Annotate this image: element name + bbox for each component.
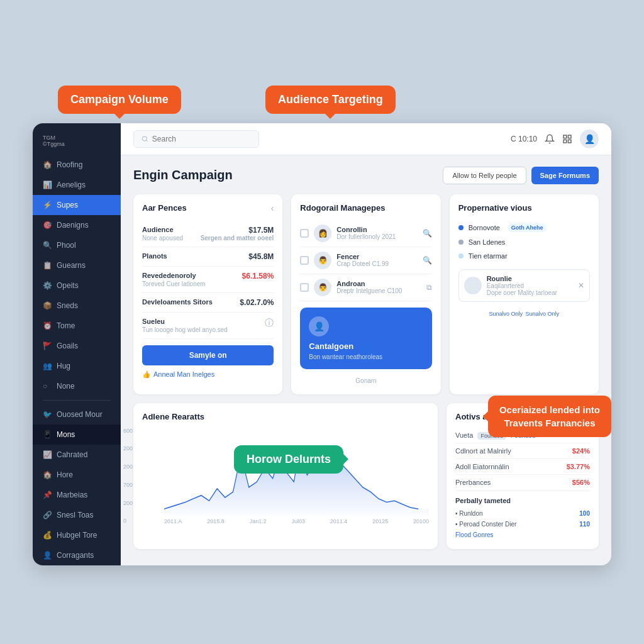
close-user-btn[interactable]: ✕ bbox=[578, 281, 584, 290]
sidebar-item-supes[interactable]: ⚡ Supes bbox=[33, 195, 121, 215]
analytics-label: Prerbances bbox=[455, 479, 491, 486]
metric-value: $.02.7.0% bbox=[240, 298, 274, 307]
analytics-value: $56% bbox=[572, 479, 590, 486]
tag-label: Peroad Conster Dier bbox=[459, 521, 516, 528]
prop-user-label: Rounlie bbox=[487, 275, 557, 282]
flag-icon: 🚩 bbox=[43, 341, 52, 350]
dot-gray bbox=[458, 240, 464, 245]
sidebar-item-hore[interactable]: 🏠 Hore bbox=[33, 465, 121, 485]
callout-audience-targeting: Audience Targeting bbox=[265, 86, 396, 114]
chart-wrapper: 600 200 200 700 200 0 bbox=[142, 428, 429, 525]
sidebar-item-cahrated[interactable]: 📈 Cahrated bbox=[33, 445, 121, 465]
manager-row-conrollin: 👩 Conrollin Dor fullerlionoly 2021 🔍 bbox=[300, 220, 431, 247]
callout-oceriaized-line1: Oceriaized lended into bbox=[499, 404, 600, 415]
tag-label-link[interactable]: Flood Gonres bbox=[455, 531, 494, 538]
sidebar-item-guearns[interactable]: 📋 Guearns bbox=[33, 255, 121, 275]
metric-label: Devleloaments Sitors bbox=[142, 298, 213, 306]
save-button[interactable]: Sage Formums bbox=[531, 167, 599, 184]
sidebar-item-daenigns[interactable]: 🎯 Daenigns bbox=[33, 215, 121, 235]
status-label: Sunalvo Only bbox=[489, 311, 523, 317]
sidebar-item-ouosed-mour[interactable]: 🐦 Ouosed Mour bbox=[33, 404, 121, 425]
sidebar-item-goails[interactable]: 🚩 Goails bbox=[33, 336, 121, 356]
house-icon: 🏠 bbox=[43, 470, 52, 479]
chart-y-labels: 600 200 200 700 200 0 bbox=[123, 428, 133, 525]
checkbox-androan[interactable] bbox=[300, 283, 309, 292]
page-title: Engin Campaign bbox=[133, 168, 233, 182]
prop-user-sub: Dope ooer Mality tarloear bbox=[487, 289, 557, 296]
metric-label: Revededenoroly bbox=[142, 272, 206, 279]
sidebar-item-marbeias[interactable]: 📌 Marbeias bbox=[33, 485, 121, 505]
metric-devleloaments: Devleloaments Sitors $.02.7.0% bbox=[142, 293, 274, 313]
callout-horow-delurnts: Horow Delurnts bbox=[234, 445, 343, 474]
close-icon[interactable]: ‹ bbox=[271, 203, 274, 213]
search-icon bbox=[142, 135, 148, 143]
callout-horow-label: Horow Delurnts bbox=[247, 453, 331, 465]
sidebar-item-label: Cahrated bbox=[57, 450, 87, 459]
anneal-link[interactable]: 👍 Anneal Man Inelges bbox=[142, 370, 274, 379]
sidebar-item-label: Guearns bbox=[57, 261, 86, 270]
metric-label: Sueleu bbox=[142, 318, 228, 325]
sidebar-item-label: Hug bbox=[57, 362, 70, 370]
box-icon: 📦 bbox=[43, 301, 52, 310]
sidebar-item-hug[interactable]: 👥 Hug bbox=[33, 356, 121, 376]
manager-info-androan: Androan Dreptr Intelguene C100 bbox=[336, 280, 426, 294]
dashboard: TGM ©Tggma 🏠 Roofing 📊 Aeneligs ⚡ Supes … bbox=[33, 123, 611, 565]
manager-name: Conrollin bbox=[336, 226, 422, 233]
metric-value: $17.5M bbox=[201, 226, 274, 235]
manager-row-androan: 👨 Androan Dreptr Intelguene C100 ⧉ bbox=[300, 274, 431, 301]
money-icon: 💰 bbox=[43, 531, 52, 540]
bell-icon[interactable] bbox=[545, 134, 555, 144]
sidebar: TGM ©Tggma 🏠 Roofing 📊 Aeneligs ⚡ Supes … bbox=[33, 123, 121, 565]
manager-sub: Dreptr Intelguene C100 bbox=[336, 287, 426, 294]
sidebar-item-none[interactable]: ○ None bbox=[33, 376, 121, 396]
allow-button[interactable]: Allow to Relly people bbox=[443, 167, 526, 184]
x-label-2: Jan1.2 bbox=[250, 518, 267, 525]
outer-wrapper: Campaign Volume Audience Targeting TGM ©… bbox=[33, 79, 611, 565]
svg-point-0 bbox=[142, 136, 147, 140]
metric-sueleu: Sueleu Tun loooge hog wdel anyo.sed ⓘ bbox=[142, 313, 274, 339]
checkbox-fencer[interactable] bbox=[300, 256, 309, 265]
metric-label: Audience bbox=[142, 226, 183, 233]
card-regional-managers: Rdogorail Managepes 👩 Conrollin Dor full… bbox=[291, 194, 440, 394]
x-label-0: 2011.A bbox=[164, 518, 182, 525]
sidebar-item-aeneligs[interactable]: 📊 Aeneligs bbox=[33, 175, 121, 195]
main-content: C 10:10 👤 Engin Campaign Allow to Relly … bbox=[121, 123, 611, 565]
manager-row-fencer: 👨 Fencer Crap Doteel C1.99 🔍 bbox=[300, 247, 431, 274]
info-icon: ⓘ bbox=[265, 318, 274, 329]
dot-light bbox=[458, 253, 464, 258]
users-icon: 👥 bbox=[43, 362, 52, 370]
search-icon: 🔍 bbox=[43, 241, 52, 250]
search-input[interactable] bbox=[152, 135, 251, 143]
search-icon-manager[interactable]: 🔍 bbox=[423, 229, 432, 238]
sidebar-item-hubgel-tore[interactable]: 💰 Hubgel Tore bbox=[33, 525, 121, 545]
sidebar-item-opeits[interactable]: ⚙️ Opeits bbox=[33, 275, 121, 296]
search-icon-manager2[interactable]: 🔍 bbox=[423, 256, 432, 265]
prop-user-row: Rounlie Eaqilanrtered Dope ooer Mality t… bbox=[458, 269, 590, 302]
circle-icon: ○ bbox=[43, 382, 52, 391]
sidebar-item-phool[interactable]: 🔍 Phool bbox=[33, 235, 121, 255]
campaign-card-wrapper: 👤 Cantalgoen Bon wantear neathoroleas bbox=[300, 308, 431, 369]
manager-info-conrollin: Conrollin Dor fullerlionoly 2021 bbox=[336, 226, 422, 240]
sidebar-item-sneds[interactable]: 📦 Sneds bbox=[33, 296, 121, 316]
sidebar-item-label: Mons bbox=[57, 430, 75, 439]
avatar[interactable]: 👤 bbox=[580, 130, 599, 148]
svg-rect-2 bbox=[568, 135, 571, 138]
chart-x-labels: 2011.A 2015.8 Jan1.2 Jul03 2011.4 20125 … bbox=[164, 518, 429, 525]
sidebar-item-roofing[interactable]: 🏠 Roofing bbox=[33, 155, 121, 175]
grid-icon[interactable] bbox=[562, 134, 572, 144]
callout-oceriaized: Oceriaized lended into Travents Farnanci… bbox=[488, 396, 611, 437]
copy-icon[interactable]: ⧉ bbox=[426, 283, 432, 292]
sidebar-item-label: Sneds bbox=[57, 301, 78, 310]
sidebar-item-snesl-toas[interactable]: 🔗 Snesl Toas bbox=[33, 505, 121, 525]
status-badge: Goth Ahehe bbox=[508, 223, 547, 232]
samyle-button[interactable]: Samyle on bbox=[142, 345, 274, 365]
manager-avatar-androan: 👨 bbox=[314, 279, 331, 296]
dot-blue bbox=[458, 225, 464, 230]
analytics-row-cdlnort: Cdlnort at Malnirly $24% bbox=[455, 443, 590, 459]
sidebar-item-tome[interactable]: ⏰ Tome bbox=[33, 316, 121, 336]
sidebar-item-corragants[interactable]: 👤 Corragants bbox=[33, 545, 121, 565]
checkbox-conrollin[interactable] bbox=[300, 229, 309, 238]
search-box[interactable] bbox=[133, 130, 259, 148]
sidebar-item-mons[interactable]: 📱 Mons bbox=[33, 425, 121, 445]
chart-icon: 📊 bbox=[43, 180, 52, 189]
